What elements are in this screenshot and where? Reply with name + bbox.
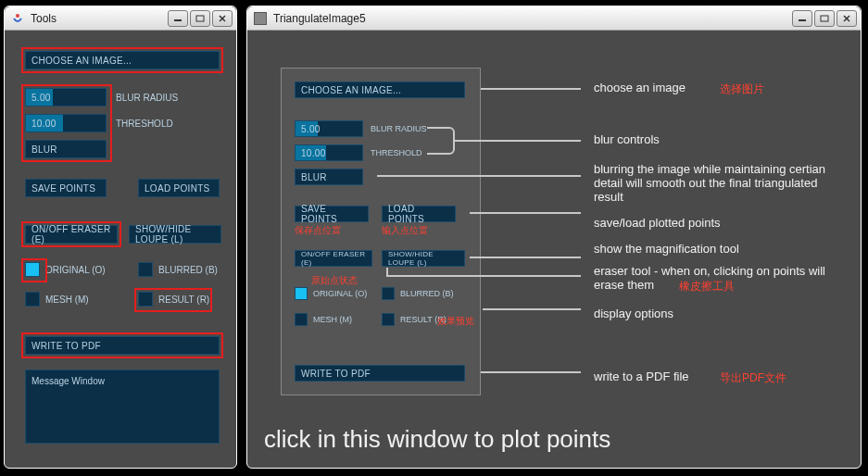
mini-choose-image: CHOOSE AN IMAGE...: [295, 81, 465, 98]
result-zh: 效果预览: [437, 315, 474, 328]
preview-window: TriangulateImage5 CHOOSE AN IMAGE... 5.0…: [246, 6, 862, 469]
write-pdf-button[interactable]: WRITE TO PDF: [25, 336, 220, 355]
checkbox-icon: [138, 292, 153, 307]
threshold-value: 10.00: [31, 119, 57, 129]
ann-pdf: write to a PDF file: [594, 370, 689, 383]
ann-magnify: show the magnification tool: [594, 242, 739, 256]
original-zh: 原始点状态: [311, 274, 358, 287]
mesh-label: MESH (M): [45, 294, 89, 305]
blur-button[interactable]: BLUR: [25, 140, 107, 158]
plot-hint: click in this window to plot points: [264, 425, 610, 454]
result-checkbox[interactable]: RESULT (R): [138, 292, 209, 307]
threshold-slider[interactable]: 10.00: [25, 114, 107, 132]
mini-blur-button: BLUR: [295, 169, 363, 185]
app-icon: [253, 11, 268, 26]
mini-original-checkbox: ORIGINAL (O): [295, 287, 367, 300]
tools-title: Tools: [31, 12, 166, 25]
svg-rect-5: [799, 19, 806, 21]
mini-load-points: LOAD POINTS: [382, 206, 456, 222]
tools-window: Tools CHOOSE AN IMAGE... 5.00 BLUR RADIU…: [4, 6, 237, 469]
original-label: ORIGINAL (O): [45, 265, 106, 275]
load-points-button[interactable]: LOAD POINTS: [138, 179, 220, 197]
blurred-label: BLURRED (B): [158, 265, 218, 275]
mini-loupe: SHOW/HIDE LOUPE (L): [382, 250, 465, 267]
mini-threshold: 10.00: [295, 144, 363, 161]
java-icon: [10, 11, 25, 26]
mini-blur-radius: 5.00: [295, 120, 363, 137]
preview-minimize-button[interactable]: [792, 10, 812, 27]
mini-blurred-checkbox: BLURRED (B): [382, 287, 454, 300]
save-points-zh: 保存点位置: [295, 224, 341, 237]
ann-blur-desc: blurring the image while maintaining cer…: [594, 162, 846, 204]
preview-title: TriangulateImage5: [273, 12, 790, 25]
annotated-tools-panel: CHOOSE AN IMAGE... 5.00 BLUR RADIUS 10.0…: [281, 68, 481, 395]
svg-rect-2: [196, 16, 204, 21]
ann-eraser-zh: 橡皮擦工具: [679, 279, 735, 294]
original-checkbox[interactable]: ORIGINAL (O): [25, 262, 106, 277]
mini-save-points: SAVE POINTS: [295, 206, 369, 222]
mini-eraser: ON/OFF ERASER (E): [295, 250, 372, 267]
result-label: RESULT (R): [158, 294, 209, 305]
blur-radius-value: 5.00: [31, 93, 51, 103]
blur-radius-label: BLUR RADIUS: [116, 93, 178, 103]
blurred-checkbox[interactable]: BLURRED (B): [138, 262, 218, 277]
tools-close-button[interactable]: [212, 10, 233, 27]
checkbox-icon: [138, 262, 153, 277]
tools-body: CHOOSE AN IMAGE... 5.00 BLUR RADIUS 10.0…: [5, 31, 236, 468]
mesh-checkbox[interactable]: MESH (M): [25, 292, 89, 307]
svg-point-0: [16, 14, 19, 18]
ann-display-opts: display options: [594, 307, 673, 320]
svg-rect-6: [821, 16, 828, 21]
checkbox-icon: [25, 262, 40, 277]
ann-choose-image-zh: 选择图片: [720, 81, 764, 97]
checkbox-icon: [25, 292, 40, 307]
ann-save-load: save/load plotted points: [594, 216, 721, 230]
choose-image-button[interactable]: CHOOSE AN IMAGE...: [25, 51, 220, 69]
ann-blur-controls: blur controls: [594, 132, 660, 146]
preview-titlebar[interactable]: TriangulateImage5: [247, 6, 861, 31]
tools-titlebar[interactable]: Tools: [5, 6, 236, 31]
ann-pdf-zh: 导出PDF文件: [720, 370, 786, 386]
preview-body[interactable]: CHOOSE AN IMAGE... 5.00 BLUR RADIUS 10.0…: [247, 31, 861, 468]
loupe-toggle[interactable]: SHOW/HIDE LOUPE (L): [129, 225, 221, 244]
message-window: Message Window: [25, 370, 220, 444]
mini-write-pdf: WRITE TO PDF: [295, 365, 465, 382]
blur-radius-slider[interactable]: 5.00: [25, 88, 107, 106]
tools-maximize-button[interactable]: [190, 10, 210, 27]
eraser-toggle[interactable]: ON/OFF ERASER (E): [25, 225, 118, 244]
mini-mesh-checkbox: MESH (M): [295, 313, 352, 326]
tools-minimize-button[interactable]: [168, 10, 188, 27]
ann-choose-image: choose an image: [594, 81, 686, 94]
save-points-button[interactable]: SAVE POINTS: [25, 179, 107, 197]
svg-rect-1: [174, 19, 182, 21]
load-points-zh: 输入点位置: [382, 224, 428, 237]
threshold-label: THRESHOLD: [116, 119, 173, 129]
preview-maximize-button[interactable]: [814, 10, 835, 27]
preview-close-button[interactable]: [837, 10, 857, 27]
